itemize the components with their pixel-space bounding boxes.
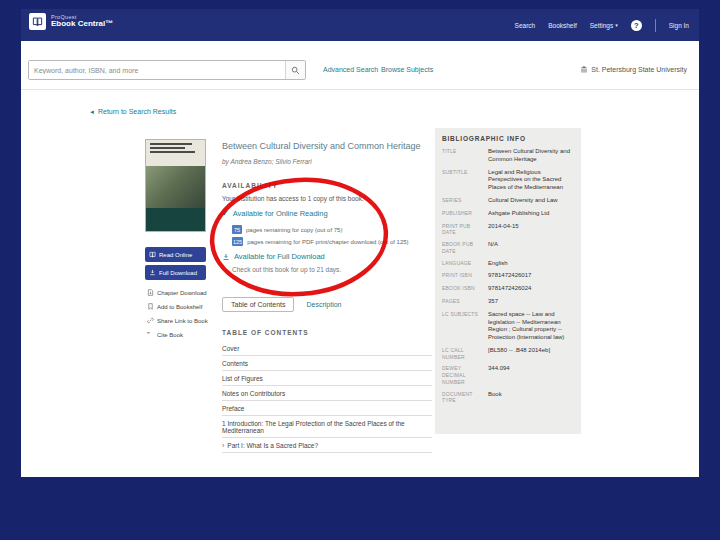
book-byline: by Andrea Benzo; Silvio Ferrari xyxy=(222,158,312,165)
nav-settings[interactable]: Settings▾ xyxy=(590,22,618,29)
online-reading-availability: ✓ Available for Online Reading xyxy=(222,209,328,218)
toc-item-part[interactable]: ›Part I: What Is a Sacred Place? xyxy=(222,438,432,453)
full-download-availability-label: Available for Full Download xyxy=(234,252,325,261)
biblio-label: Language xyxy=(442,260,484,268)
page-download-icon xyxy=(147,289,154,296)
toc-item[interactable]: 1 Introduction: The Legal Protection of … xyxy=(222,416,432,438)
biblio-label: Print Pub Date xyxy=(442,223,484,237)
print-pages-text: pages remaining for PDF print/chapter do… xyxy=(247,239,408,245)
biblio-value: 344.094 xyxy=(488,365,574,385)
institution-name: St. Petersburg State University xyxy=(591,66,687,73)
biblio-value: 357 xyxy=(488,298,574,306)
biblio-row-lc-call-number: LC Call Number [BL580 -- .B48 2014eb] xyxy=(442,347,574,361)
bookmark-icon xyxy=(147,303,154,310)
toc-heading: TABLE OF CONTENTS xyxy=(222,329,309,336)
nav-search[interactable]: Search xyxy=(515,22,536,29)
biblio-row-subjects: LC Subjects Sacred space -- Law and legi… xyxy=(442,311,574,342)
book-cover-title-area xyxy=(146,140,205,166)
full-download-button[interactable]: Full Download xyxy=(145,265,206,280)
biblio-label: Publisher xyxy=(442,210,484,218)
biblio-label: Subtitle xyxy=(442,169,484,192)
checkout-note: Check out this book for up to 21 days. xyxy=(232,266,341,273)
proquest-logo[interactable]: ProQuest Ebook Central™ xyxy=(29,13,113,30)
biblio-label: Pages xyxy=(442,298,484,306)
toc-item[interactable]: Notes on Contributors xyxy=(222,386,432,401)
brand-text: ProQuest Ebook Central™ xyxy=(51,14,113,29)
nav-sign-in[interactable]: Sign In xyxy=(669,22,689,29)
browser-screenshot: ProQuest Ebook Central™ Search Bookshelf… xyxy=(21,9,699,477)
biblio-row-dewey: Dewey Decimal Number 344.094 xyxy=(442,365,574,385)
share-link-to-book-link[interactable]: Share Link to Book xyxy=(147,317,217,324)
biblio-label: LC Call Number xyxy=(442,347,484,361)
biblio-row-subtitle: Subtitle Legal and Religious Perspective… xyxy=(442,169,574,192)
search-button[interactable] xyxy=(285,61,305,79)
biblio-value: 9781472426017 xyxy=(488,272,574,280)
nav-search-label: Search xyxy=(515,22,536,29)
biblio-row-pages: Pages 357 xyxy=(442,298,574,306)
nav-sign-in-label: Sign In xyxy=(669,22,689,29)
biblio-row-ebook-pub-date: Ebook Pub Date N/A xyxy=(442,241,574,255)
chapter-download-link[interactable]: Chapter Download xyxy=(147,289,217,296)
copy-pages-text: pages remaining for copy (out of 75) xyxy=(246,227,342,233)
toc-part-label: Part I: What Is a Sacred Place? xyxy=(227,442,318,449)
biblio-value: Between Cultural Diversity and Common He… xyxy=(488,148,574,164)
biblio-row-ebook-isbn: Ebook ISBN 9781472426024 xyxy=(442,285,574,293)
bibliographic-info-heading: BIBLIOGRAPHIC INFO xyxy=(442,135,574,142)
biblio-row-publisher: Publisher Ashgate Publishing Ltd xyxy=(442,210,574,218)
add-to-bookshelf-link[interactable]: Add to Bookshelf xyxy=(147,303,217,310)
expand-chevron-icon: › xyxy=(222,442,224,449)
chevron-down-icon: ▾ xyxy=(615,22,618,28)
biblio-row-title: Title Between Cultural Diversity and Com… xyxy=(442,148,574,164)
toc-item[interactable]: Cover xyxy=(222,341,432,356)
biblio-value: [BL580 -- .B48 2014eb] xyxy=(488,347,574,361)
biblio-label: LC Subjects xyxy=(442,311,484,342)
add-to-bookshelf-label: Add to Bookshelf xyxy=(157,304,202,310)
proquest-logo-icon xyxy=(29,13,46,30)
detail-tabs: Table of Contents Description xyxy=(222,297,342,312)
print-allowance-row: 125 pages remaining for PDF print/chapte… xyxy=(232,237,409,246)
availability-heading: AVAILABILITY xyxy=(222,182,278,189)
biblio-value: 9781472426024 xyxy=(488,285,574,293)
copy-pages-badge: 75 xyxy=(232,225,242,234)
download-icon xyxy=(149,269,156,276)
chapter-download-label: Chapter Download xyxy=(157,290,207,296)
copy-allowance-row: 75 pages remaining for copy (out of 75) xyxy=(232,225,342,234)
back-arrow-icon: ◄ xyxy=(89,109,95,115)
return-to-results-link[interactable]: ◄ Return to Search Results xyxy=(89,108,176,115)
search-input[interactable] xyxy=(29,61,285,79)
table-of-contents-list: Cover Contents List of Figures Notes on … xyxy=(222,341,432,453)
tab-description[interactable]: Description xyxy=(306,301,341,308)
institution-icon xyxy=(580,65,588,73)
biblio-row-series: Series Cultural Diversity and Law xyxy=(442,197,574,205)
toc-item[interactable]: Preface xyxy=(222,401,432,416)
biblio-value: 2014-04-15 xyxy=(488,223,574,237)
full-download-availability: Available for Full Download xyxy=(222,252,325,261)
nav-bookshelf[interactable]: Bookshelf xyxy=(548,22,577,29)
toc-item[interactable]: Contents xyxy=(222,356,432,371)
advanced-search-link[interactable]: Advanced Search xyxy=(323,66,378,73)
biblio-label: Ebook Pub Date xyxy=(442,241,484,255)
help-icon[interactable]: ? xyxy=(631,20,642,31)
download-arrow-icon xyxy=(222,253,230,261)
online-reading-label: Available for Online Reading xyxy=(233,209,328,218)
read-online-button[interactable]: Read Online xyxy=(145,247,206,262)
browse-subjects-link[interactable]: Browse Subjects xyxy=(381,66,433,73)
biblio-label: Ebook ISBN xyxy=(442,285,484,293)
biblio-label: Series xyxy=(442,197,484,205)
biblio-row-language: Language English xyxy=(442,260,574,268)
biblio-label: Document Type xyxy=(442,391,484,405)
toc-item[interactable]: List of Figures xyxy=(222,371,432,386)
brand-ebook-central: Ebook Central™ xyxy=(51,20,113,29)
biblio-value: Book xyxy=(488,391,574,405)
cite-book-link[interactable]: ” Cite Book xyxy=(147,331,217,338)
tab-table-of-contents[interactable]: Table of Contents xyxy=(222,297,294,312)
bibliographic-info-panel: BIBLIOGRAPHIC INFO Title Between Cultura… xyxy=(435,128,581,434)
biblio-label: Print ISBN xyxy=(442,272,484,280)
biblio-value: Ashgate Publishing Ltd xyxy=(488,210,574,218)
return-to-results-label: Return to Search Results xyxy=(98,108,176,115)
slide-background: ProQuest Ebook Central™ Search Bookshelf… xyxy=(0,0,720,540)
nav-divider xyxy=(655,19,656,32)
app-header: ProQuest Ebook Central™ Search Bookshelf… xyxy=(21,9,699,41)
nav-settings-label: Settings xyxy=(590,22,614,29)
book-open-icon xyxy=(149,251,156,258)
